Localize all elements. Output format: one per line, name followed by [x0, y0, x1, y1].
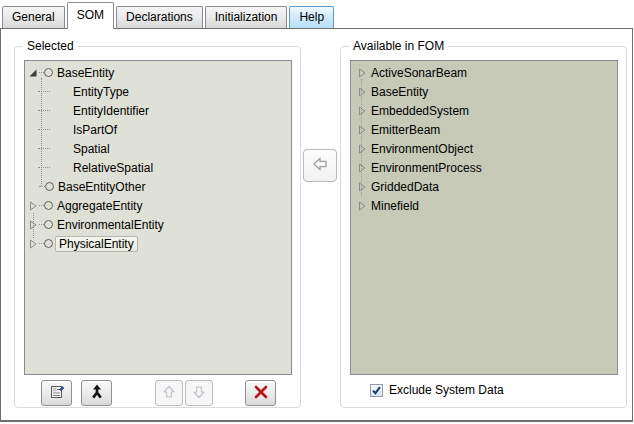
exclude-system-data-checkbox[interactable]	[370, 384, 383, 397]
up-arrow-icon	[161, 384, 177, 403]
tree-item-label: EnvironmentObject	[371, 142, 473, 156]
tab-general[interactable]: General	[2, 6, 65, 28]
tree-item-label: BaseEntity	[371, 85, 428, 99]
tab-help[interactable]: Help	[289, 6, 334, 28]
move-up-button[interactable]	[155, 380, 183, 406]
tab-bar: GeneralSOMDeclarationsInitializationHelp	[2, 2, 336, 28]
tree-item-environmentobject[interactable]: EnvironmentObject	[351, 139, 617, 158]
object-class-icon	[44, 68, 53, 77]
tree-item-label: IsPartOf	[73, 123, 117, 137]
tree-item-ispartof[interactable]: IsPartOf	[25, 120, 291, 139]
selected-group-box: Selected BaseEntityEntityTypeEntityIdent…	[14, 46, 301, 408]
tree-item-label: EntityType	[73, 85, 129, 99]
merge-button[interactable]	[81, 380, 112, 406]
tree-item-baseentityother[interactable]: BaseEntityOther	[25, 177, 291, 196]
collapsed-expander-icon[interactable]	[27, 201, 39, 211]
object-class-icon	[45, 182, 54, 191]
object-class-icon	[44, 220, 53, 229]
object-class-icon	[44, 239, 53, 248]
properties-icon	[49, 384, 65, 403]
tree-item-aggregateentity[interactable]: AggregateEntity	[25, 196, 291, 215]
collapsed-expander-icon[interactable]	[356, 68, 368, 78]
tree-item-label: ActiveSonarBeam	[371, 66, 467, 80]
tab-declarations[interactable]: Declarations	[116, 6, 203, 28]
som-tab-dialog: GeneralSOMDeclarationsInitializationHelp…	[0, 0, 634, 424]
tree-item-spatial[interactable]: Spatial	[25, 139, 291, 158]
expanded-expander-icon[interactable]	[27, 68, 39, 78]
available-group-box: Available in FOM ActiveSonarBeamBaseEnti…	[340, 46, 627, 408]
collapsed-expander-icon[interactable]	[356, 106, 368, 116]
merge-arrow-icon	[89, 384, 105, 403]
collapsed-expander-icon[interactable]	[356, 87, 368, 97]
selected-group-title: Selected	[23, 39, 78, 53]
tree-item-minefield[interactable]: Minefield	[351, 196, 617, 215]
tree-item-label: Spatial	[73, 142, 110, 156]
tree-item-label: AggregateEntity	[57, 199, 142, 213]
collapsed-expander-icon[interactable]	[356, 125, 368, 135]
left-arrow-icon	[310, 154, 330, 177]
tree-item-environmentalentity[interactable]: EnvironmentalEntity	[25, 215, 291, 234]
move-to-selected-button[interactable]	[303, 149, 337, 182]
delete-x-icon	[253, 384, 269, 403]
collapsed-expander-icon[interactable]	[356, 163, 368, 173]
selected-tree[interactable]: BaseEntityEntityTypeEntityIdentifierIsPa…	[24, 60, 292, 375]
tree-item-physicalentity[interactable]: PhysicalEntity	[25, 234, 291, 253]
exclude-system-data-label: Exclude System Data	[389, 383, 504, 397]
tab-content-pane: Selected BaseEntityEntityTypeEntityIdent…	[0, 28, 633, 422]
tree-item-entitytype[interactable]: EntityType	[25, 82, 291, 101]
delete-button[interactable]	[245, 380, 276, 406]
tab-som[interactable]: SOM	[67, 2, 114, 29]
tree-item-embeddedsystem[interactable]: EmbeddedSystem	[351, 101, 617, 120]
tree-item-emitterbeam[interactable]: EmitterBeam	[351, 120, 617, 139]
tab-initialization[interactable]: Initialization	[205, 6, 288, 28]
tree-item-baseentity[interactable]: BaseEntity	[25, 63, 291, 82]
collapsed-expander-icon[interactable]	[356, 182, 368, 192]
tree-item-label: PhysicalEntity	[55, 236, 138, 252]
tree-item-activesonarbeam[interactable]: ActiveSonarBeam	[351, 63, 617, 82]
properties-button[interactable]	[41, 380, 72, 406]
collapsed-expander-icon[interactable]	[27, 220, 39, 230]
tree-item-label: EmitterBeam	[371, 123, 440, 137]
tree-item-label: BaseEntity	[57, 66, 114, 80]
tree-item-label: RelativeSpatial	[73, 161, 153, 175]
move-down-button[interactable]	[185, 380, 213, 406]
down-arrow-icon	[191, 384, 207, 403]
tree-item-label: EntityIdentifier	[73, 104, 149, 118]
tree-item-label: EmbeddedSystem	[371, 104, 469, 118]
tree-item-entityidentifier[interactable]: EntityIdentifier	[25, 101, 291, 120]
tree-item-griddeddata[interactable]: GriddedData	[351, 177, 617, 196]
exclude-system-data-row: Exclude System Data	[370, 383, 504, 397]
tree-item-label: Minefield	[371, 199, 419, 213]
collapsed-expander-icon[interactable]	[356, 201, 368, 211]
tree-item-label: EnvironmentProcess	[371, 161, 482, 175]
collapsed-expander-icon[interactable]	[356, 144, 368, 154]
tree-item-environmentprocess[interactable]: EnvironmentProcess	[351, 158, 617, 177]
tree-item-baseentity[interactable]: BaseEntity	[351, 82, 617, 101]
available-tree[interactable]: ActiveSonarBeamBaseEntityEmbeddedSystemE…	[350, 60, 618, 375]
tree-item-relativespatial[interactable]: RelativeSpatial	[25, 158, 291, 177]
collapsed-expander-icon[interactable]	[27, 239, 39, 249]
available-group-title: Available in FOM	[349, 39, 448, 53]
tree-item-label: EnvironmentalEntity	[57, 218, 164, 232]
object-class-icon	[44, 201, 53, 210]
checkmark-icon	[371, 385, 382, 396]
tree-item-label: BaseEntityOther	[58, 180, 145, 194]
tree-item-label: GriddedData	[371, 180, 439, 194]
